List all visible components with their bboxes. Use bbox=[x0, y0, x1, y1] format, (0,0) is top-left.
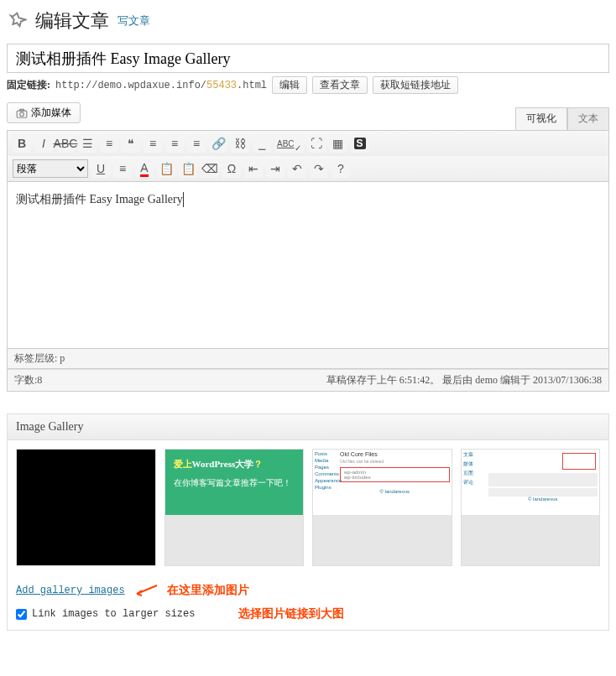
link-images-label: Link images to larger sizes bbox=[32, 608, 195, 620]
annotation-link: 选择图片链接到大图 bbox=[238, 606, 344, 621]
gallery-metabox-title: Image Gallery bbox=[8, 414, 608, 440]
editor-footer: 字数:8 草稿保存于上午 6:51:42。 最后由 demo 编辑于 2013/… bbox=[7, 369, 609, 392]
bold-button[interactable]: B bbox=[13, 134, 31, 153]
add-gallery-images-link[interactable]: Add gallery images bbox=[16, 585, 125, 596]
permalink-label: 固定链接: bbox=[7, 78, 50, 92]
link-images-checkbox[interactable] bbox=[16, 609, 27, 620]
undo-button[interactable]: ↶ bbox=[288, 159, 306, 178]
toolbar-row-1: B I ABC ☰ ≡ ❝ ≡ ≡ ≡ 🔗 ⛓ ⎯ ABC✓ ⛶ ▦ S bbox=[7, 130, 609, 156]
get-shortlink-button[interactable]: 获取短链接地址 bbox=[373, 76, 458, 94]
gallery-item[interactable]: 爱上WordPress大学？ 在你博客写篇文章推荐一下吧！ bbox=[164, 449, 305, 566]
gallery-item[interactable] bbox=[16, 449, 156, 566]
svg-rect-2 bbox=[20, 109, 24, 111]
justify-button[interactable]: ≡ bbox=[113, 159, 132, 178]
gallery-item[interactable]: 文章媒体页面评论 © landarevus bbox=[461, 449, 601, 566]
editor-content-area[interactable]: 测试相册插件 Easy Image Gallery bbox=[7, 181, 609, 349]
add-new-link[interactable]: 写文章 bbox=[117, 13, 150, 29]
checkbox-row: Link images to larger sizes 选择图片链接到大图 bbox=[16, 606, 600, 621]
annotation-add: 在这里添加图片 bbox=[167, 583, 249, 598]
link-button[interactable]: 🔗 bbox=[209, 134, 227, 153]
align-right-button[interactable]: ≡ bbox=[187, 134, 206, 153]
page-title: 编辑文章 bbox=[35, 8, 109, 34]
syntax-highlight-button[interactable]: S bbox=[351, 134, 369, 153]
text-color-button[interactable]: A bbox=[135, 159, 154, 178]
svg-point-1 bbox=[20, 112, 24, 116]
help-button[interactable]: ? bbox=[331, 159, 350, 178]
bullet-list-button[interactable]: ☰ bbox=[78, 134, 97, 153]
editor-wrap: 可视化 文本 B I ABC ☰ ≡ ❝ ≡ ≡ ≡ 🔗 ⛓ ⎯ ABC✓ ⛶ … bbox=[7, 130, 609, 392]
gallery-thumb-green: 爱上WordPress大学？ 在你博客写篇文章推荐一下吧！ bbox=[165, 450, 304, 515]
align-center-button[interactable]: ≡ bbox=[165, 134, 184, 153]
camera-icon bbox=[16, 107, 28, 119]
tab-text[interactable]: 文本 bbox=[567, 107, 609, 130]
gallery-thumb-screenshot: PostsMediaPagesCommentsAppearancePlugins… bbox=[313, 450, 452, 515]
gallery-item[interactable]: PostsMediaPagesCommentsAppearancePlugins… bbox=[312, 449, 452, 566]
page-header: 编辑文章 写文章 bbox=[7, 8, 609, 34]
add-media-button[interactable]: 添加媒体 bbox=[7, 102, 81, 123]
outdent-button[interactable]: ⇤ bbox=[244, 159, 263, 178]
tab-visual[interactable]: 可视化 bbox=[515, 107, 567, 130]
arrow-icon bbox=[133, 584, 159, 597]
edit-permalink-button[interactable]: 编辑 bbox=[272, 76, 307, 94]
gallery-grid: 爱上WordPress大学？ 在你博客写篇文章推荐一下吧！ PostsMedia… bbox=[16, 449, 600, 566]
special-char-button[interactable]: Ω bbox=[222, 159, 241, 178]
underline-button[interactable]: U bbox=[91, 159, 110, 178]
gallery-metabox: Image Gallery 爱上WordPress大学？ 在你博客写篇文章推荐一… bbox=[7, 413, 609, 631]
add-gallery-row: Add gallery images 在这里添加图片 bbox=[16, 583, 600, 598]
editor-statusbar: 标签层级: p bbox=[7, 349, 609, 369]
word-count: 字数:8 bbox=[14, 373, 42, 387]
format-select[interactable]: 段落 bbox=[13, 159, 88, 178]
indent-button[interactable]: ⇥ bbox=[266, 159, 285, 178]
permalink-row: 固定链接: http://demo.wpdaxue.info/55433.htm… bbox=[7, 76, 609, 94]
blockquote-button[interactable]: ❝ bbox=[122, 134, 140, 153]
view-post-button[interactable]: 查看文章 bbox=[312, 76, 368, 94]
unlink-button[interactable]: ⛓ bbox=[231, 134, 249, 153]
paste-word-button[interactable]: 📋 bbox=[179, 159, 197, 178]
toolbar-row-2: 段落 U ≡ A 📋 📋 ⌫ Ω ⇤ ⇥ ↶ ↷ ? bbox=[7, 156, 609, 181]
more-button[interactable]: ⎯ bbox=[253, 134, 271, 153]
gallery-thumb-screenshot: 文章媒体页面评论 © landarevus bbox=[462, 450, 600, 515]
redo-button[interactable]: ↷ bbox=[310, 159, 328, 178]
paste-text-button[interactable]: 📋 bbox=[157, 159, 175, 178]
align-left-button[interactable]: ≡ bbox=[144, 134, 162, 153]
strike-button[interactable]: ABC bbox=[56, 134, 75, 153]
remove-format-button[interactable]: ⌫ bbox=[201, 159, 219, 178]
editor-tabs: 可视化 文本 bbox=[515, 107, 609, 130]
spellcheck-button[interactable]: ABC✓ bbox=[274, 134, 304, 153]
number-list-button[interactable]: ≡ bbox=[100, 134, 118, 153]
permalink-url: http://demo.wpdaxue.info/55433.html bbox=[55, 80, 267, 91]
pin-icon bbox=[7, 11, 27, 31]
italic-button[interactable]: I bbox=[34, 134, 53, 153]
gallery-metabox-body: 爱上WordPress大学？ 在你博客写篇文章推荐一下吧！ PostsMedia… bbox=[8, 440, 608, 630]
fullscreen-button[interactable]: ⛶ bbox=[307, 134, 326, 153]
autosave-status: 草稿保存于上午 6:51:42。 最后由 demo 编辑于 2013/07/13… bbox=[326, 373, 602, 387]
gallery-thumb-black bbox=[17, 450, 155, 565]
kitchen-sink-button[interactable]: ▦ bbox=[329, 134, 347, 153]
post-title-input[interactable] bbox=[7, 44, 609, 73]
